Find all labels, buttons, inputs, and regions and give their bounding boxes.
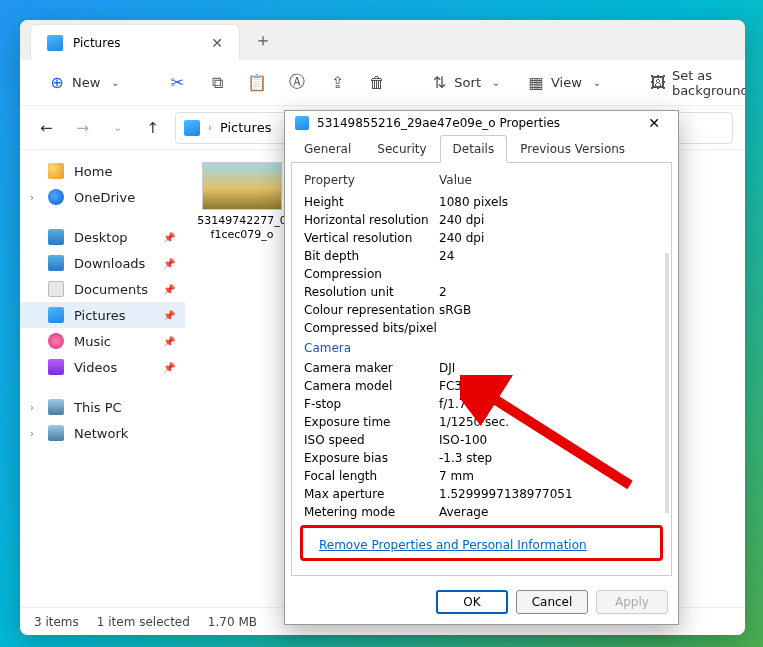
view-icon: ▦ <box>527 74 545 92</box>
music-icon <box>48 333 64 349</box>
sort-button[interactable]: ⇅ Sort ⌄ <box>420 68 515 98</box>
props-list[interactable]: Height1080 pixels Horizontal resolution2… <box>292 193 671 521</box>
scrollbar[interactable] <box>665 253 669 513</box>
breadcrumb-current[interactable]: Pictures <box>220 120 271 135</box>
forward-button[interactable]: → <box>69 113 98 143</box>
prop-row: Colour representationsRGB <box>292 301 671 319</box>
toolbar: ⊕ New ⌄ ✂ ⧉ 📋 Ⓐ ⇪ 🗑 ⇅ Sort ⌄ ▦ View ⌄ 🖼 … <box>20 60 745 106</box>
delete-button[interactable]: 🗑 <box>358 68 396 98</box>
share-button[interactable]: ⇪ <box>318 68 356 98</box>
sidebar-item-network[interactable]: ›Network <box>20 420 185 446</box>
view-label: View <box>551 75 582 90</box>
pin-icon: 📌 <box>163 284 175 295</box>
status-item-count: 3 items <box>34 615 79 629</box>
status-selected: 1 item selected <box>97 615 190 629</box>
onedrive-icon <box>48 189 64 205</box>
prop-row: F-stopf/1.7 <box>292 395 671 413</box>
rename-icon: Ⓐ <box>288 74 306 92</box>
dialog-body: Property Value Height1080 pixels Horizon… <box>291 162 672 576</box>
tab-bar: Pictures ✕ ＋ <box>20 20 745 60</box>
tab-previous-versions[interactable]: Previous Versions <box>507 135 638 163</box>
chevron-down-icon: ⌄ <box>588 74 606 92</box>
header-value: Value <box>439 173 659 187</box>
sort-label: Sort <box>454 75 481 90</box>
prop-row: Compressed bits/pixel <box>292 319 671 337</box>
prop-row: Camera modelFC3582 <box>292 377 671 395</box>
properties-dialog: 53149855216_29ae47e09e_o Properties ✕ Ge… <box>284 110 679 625</box>
chevron-right-icon[interactable]: › <box>30 192 34 203</box>
pin-icon: 📌 <box>163 258 175 269</box>
prop-row: Exposure bias-1.3 step <box>292 449 671 467</box>
remove-properties-link[interactable]: Remove Properties and Personal Informati… <box>319 538 587 552</box>
set-background-button[interactable]: 🖼 Set as background <box>640 62 745 104</box>
annotation-highlight-box: Remove Properties and Personal Informati… <box>300 525 663 561</box>
back-button[interactable]: ← <box>32 113 61 143</box>
prop-row: Compression <box>292 265 671 283</box>
documents-icon <box>48 281 64 297</box>
chevron-right-icon[interactable]: › <box>30 428 34 439</box>
prop-row: Horizontal resolution240 dpi <box>292 211 671 229</box>
sidebar-item-home[interactable]: Home <box>20 158 185 184</box>
file-thumbnail[interactable]: 53149742277_0f1cec079_o <box>197 162 287 243</box>
thumbnail-image <box>202 162 282 210</box>
recent-chevron-icon[interactable]: ⌄ <box>105 115 130 140</box>
paste-button[interactable]: 📋 <box>238 68 276 98</box>
up-button[interactable]: ↑ <box>138 113 167 143</box>
prop-row: ISO speedISO-100 <box>292 431 671 449</box>
network-icon <box>48 425 64 441</box>
status-size: 1.70 MB <box>208 615 257 629</box>
plus-circle-icon: ⊕ <box>48 74 66 92</box>
dialog-titlebar: 53149855216_29ae47e09e_o Properties ✕ <box>285 111 678 135</box>
pictures-icon <box>47 35 63 51</box>
close-icon[interactable]: ✕ <box>211 35 223 51</box>
chevron-down-icon: ⌄ <box>106 74 124 92</box>
sidebar-item-thispc[interactable]: ›This PC <box>20 394 185 420</box>
tab-details[interactable]: Details <box>440 135 508 163</box>
copy-button[interactable]: ⧉ <box>198 68 236 98</box>
apply-button[interactable]: Apply <box>596 590 668 614</box>
sidebar-item-desktop[interactable]: Desktop📌 <box>20 224 185 250</box>
prop-row: Bit depth24 <box>292 247 671 265</box>
setbg-label: Set as background <box>672 68 745 98</box>
tab-pictures[interactable]: Pictures ✕ <box>30 24 240 60</box>
sidebar-item-downloads[interactable]: Downloads📌 <box>20 250 185 276</box>
downloads-icon <box>48 255 64 271</box>
cancel-button[interactable]: Cancel <box>516 590 588 614</box>
new-button[interactable]: ⊕ New ⌄ <box>38 68 134 98</box>
tab-security[interactable]: Security <box>364 135 439 163</box>
dialog-tabs: General Security Details Previous Versio… <box>285 135 678 163</box>
close-button[interactable]: ✕ <box>640 111 668 135</box>
sidebar-item-pictures[interactable]: Pictures📌 <box>20 302 185 328</box>
trash-icon: 🗑 <box>368 74 386 92</box>
picture-icon: 🖼 <box>650 74 666 92</box>
pin-icon: 📌 <box>163 310 175 321</box>
new-tab-button[interactable]: ＋ <box>240 28 286 52</box>
share-icon: ⇪ <box>328 74 346 92</box>
header-property: Property <box>304 173 439 187</box>
rename-button[interactable]: Ⓐ <box>278 68 316 98</box>
home-icon <box>48 163 64 179</box>
section-camera: Camera <box>292 337 671 359</box>
nav-sidebar: Home ›OneDrive Desktop📌 Downloads📌 Docum… <box>20 150 185 607</box>
pictures-icon <box>184 120 200 136</box>
sidebar-item-videos[interactable]: Videos📌 <box>20 354 185 380</box>
props-header: Property Value <box>292 171 671 193</box>
sidebar-item-onedrive[interactable]: ›OneDrive <box>20 184 185 210</box>
view-button[interactable]: ▦ View ⌄ <box>517 68 616 98</box>
pin-icon: 📌 <box>163 336 175 347</box>
prop-row: Vertical resolution240 dpi <box>292 229 671 247</box>
chevron-right-icon[interactable]: › <box>30 402 34 413</box>
ok-button[interactable]: OK <box>436 590 508 614</box>
dialog-title: 53149855216_29ae47e09e_o Properties <box>317 116 560 130</box>
paste-icon: 📋 <box>248 74 266 92</box>
videos-icon <box>48 359 64 375</box>
prop-row: Exposure time1/1250 sec. <box>292 413 671 431</box>
chevron-down-icon: ⌄ <box>487 74 505 92</box>
scissors-icon: ✂ <box>168 74 186 92</box>
tab-general[interactable]: General <box>291 135 364 163</box>
cut-button[interactable]: ✂ <box>158 68 196 98</box>
desktop-icon <box>48 229 64 245</box>
sidebar-item-music[interactable]: Music📌 <box>20 328 185 354</box>
sidebar-item-documents[interactable]: Documents📌 <box>20 276 185 302</box>
sort-icon: ⇅ <box>430 74 448 92</box>
